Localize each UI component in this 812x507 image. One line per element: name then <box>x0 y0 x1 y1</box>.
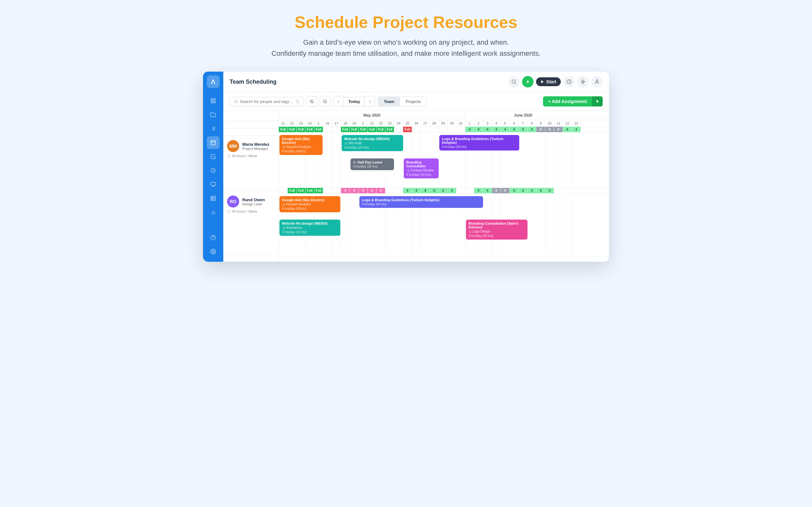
cap-4-j3: 4 <box>572 127 581 132</box>
maria-assignment-google-ads[interactable]: Google Ads (Sky Electric) Keyword Analys… <box>280 135 322 155</box>
member-hours-rand: 40 hours / Week <box>227 210 275 213</box>
sidebar-item-chart[interactable] <box>207 206 219 219</box>
maria-assignment-website-redesign[interactable]: Website Re-design (MIDAS) Site Audit 4 h… <box>342 135 403 151</box>
search-input[interactable] <box>240 99 294 104</box>
day-15: 1 <box>314 120 323 126</box>
sidebar-item-list[interactable] <box>207 122 219 135</box>
member-role-maria: Project Manager <box>242 147 269 151</box>
svg-rect-18 <box>211 196 215 201</box>
search-button[interactable] <box>508 76 519 88</box>
sidebar-item-help[interactable] <box>207 231 219 244</box>
sidebar-item-table[interactable] <box>207 192 219 205</box>
svg-point-38 <box>296 100 299 103</box>
sidebar-item-monitor[interactable] <box>207 178 219 191</box>
rand-cap-4-3: 4 <box>421 188 430 193</box>
member-info-rand: RO Rand Owen Design Lead 40 hours / Week <box>223 191 278 255</box>
page-header: Schedule Project Resources Gain a bird’s… <box>6 13 806 59</box>
sidebar-item-timer[interactable] <box>207 164 219 177</box>
june-3: 3 <box>483 120 492 126</box>
subtitle-line2: Confidently manage team time utilisation… <box>6 48 806 59</box>
member-info-maria: MM Maria Mendez Project Manager 40 hours… <box>223 135 278 191</box>
cap-empty-3 <box>394 127 403 132</box>
rand-cap-4-4: 4 <box>430 188 439 193</box>
cap-full-4: Full <box>305 127 314 132</box>
members-panel: MM Maria Mendez Project Manager 40 hours… <box>223 111 279 262</box>
cap-full-2: Full <box>288 127 297 132</box>
rand-assignment-website-redesign[interactable]: Website Re-design (MIDAS) Illustrations … <box>280 220 340 235</box>
rand-cap-4-5: 4 <box>439 188 448 193</box>
day-28: 28 <box>430 120 439 126</box>
svg-point-36 <box>235 100 237 103</box>
cap-empty-2 <box>332 127 341 132</box>
sidebar-item-calendar[interactable] <box>207 136 219 149</box>
bolt-button[interactable] <box>577 76 589 88</box>
june-13: 13 <box>572 120 581 126</box>
rand-cap-4-6: 4 <box>448 188 456 193</box>
next-button[interactable]: › <box>364 96 375 107</box>
rand-assignment-google-ads[interactable]: Google Ads (Sky Electric) Keyword Analys… <box>280 196 340 212</box>
svg-line-29 <box>515 83 516 83</box>
day-31: 31 <box>456 120 465 126</box>
start-button[interactable]: Start <box>536 77 561 86</box>
svg-rect-2 <box>211 101 212 103</box>
topbar-title: Team Scheduling <box>230 78 276 85</box>
sidebar-item-check[interactable] <box>207 150 219 163</box>
rand-cap-full-3: Full <box>305 188 314 193</box>
sidebar-item-folder[interactable] <box>207 108 219 121</box>
rand-assignment-logo-branding[interactable]: Logo & Branding Guidelines (Turkish Deli… <box>359 196 483 208</box>
zoom-in-button[interactable] <box>306 96 317 107</box>
cap-4-5: 4 <box>501 127 510 132</box>
sidebar-logo: Λ <box>207 75 219 88</box>
time-button[interactable] <box>563 76 575 88</box>
june-5: 5 <box>501 120 510 126</box>
june-2: 2 <box>474 120 483 126</box>
rand-assignment-branding-consultation[interactable]: Branding Consultation (Sam's Kitchen) Lo… <box>466 220 527 239</box>
maria-assignment-logo-branding[interactable]: Logo & Branding Guidelines (Turkish Deli… <box>439 135 519 151</box>
toolbar: ‹ Today › Team Projects + Add Assignment… <box>223 92 609 111</box>
day-24: 24 <box>394 120 403 126</box>
avatar-maria: MM <box>227 140 239 152</box>
topbar-actions: Start <box>508 76 603 88</box>
zoom-out-button[interactable] <box>320 96 331 107</box>
member-name-rand: Rand Owen <box>242 198 265 202</box>
member-role-rand: Design Lead <box>242 202 265 206</box>
month-june: June 2020 <box>465 111 581 120</box>
june-9: 9 <box>537 120 545 126</box>
day-19: 19 <box>350 120 359 126</box>
cap-full-3: Full <box>297 127 305 132</box>
sidebar-item-settings[interactable] <box>207 245 219 258</box>
rand-assignments-row: Google Ads (Sky Electric) Keyword Analys… <box>279 193 609 257</box>
page-title: Schedule Project Resources <box>6 13 806 32</box>
svg-line-41 <box>313 102 314 103</box>
sidebar-item-dashboard[interactable] <box>207 95 219 107</box>
toggle-projects[interactable]: Projects <box>400 97 426 106</box>
today-button[interactable]: Today <box>344 97 364 106</box>
add-assignment-button[interactable]: + Add Assignment <box>543 96 592 107</box>
day-26: 26 <box>412 120 421 126</box>
toggle-team[interactable]: Team <box>378 97 400 106</box>
cap-4-j1: 4 <box>527 127 537 132</box>
svg-line-37 <box>237 102 237 103</box>
svg-rect-10 <box>211 141 215 145</box>
view-toggle: Team Projects <box>378 97 426 107</box>
cap-4-7: 4 <box>519 127 527 132</box>
profile-button[interactable] <box>591 76 603 88</box>
maria-assignment-branding-consultation[interactable]: Branding Consultatio Contract Review 4 h… <box>404 158 439 178</box>
june-1: 1 <box>465 120 474 126</box>
cap-4-6: 4 <box>510 127 519 132</box>
rand-cap-pink-3: 4 <box>359 188 368 193</box>
cap-full-10: Full <box>376 127 386 132</box>
avatar-rand: RO <box>227 195 239 208</box>
search-submit-icon <box>296 100 300 104</box>
june-8: 8 <box>527 120 537 126</box>
cap-8-1: 8 <box>537 127 545 132</box>
add-assignment-dropdown[interactable]: ▼ <box>592 96 603 107</box>
prev-button[interactable]: ‹ <box>333 96 344 107</box>
add-button[interactable] <box>522 76 534 88</box>
rand-cap-j-4-1: 4 <box>474 188 483 193</box>
cap-empty-6 <box>430 127 439 132</box>
svg-rect-1 <box>214 99 215 101</box>
maria-assignment-half-day[interactable]: Half Day Leave 4 hrs/day (20 hrs) <box>351 158 394 170</box>
search-box <box>230 97 304 106</box>
june-6: 6 <box>510 120 519 126</box>
